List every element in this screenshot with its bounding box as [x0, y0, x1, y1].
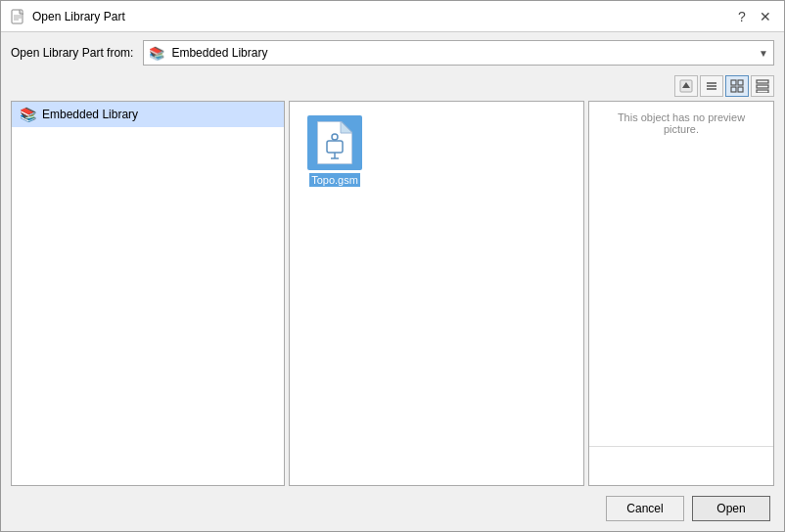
toolbar-list-view-button[interactable] [700, 75, 723, 97]
tree-item-embedded-library[interactable]: 📚 Embedded Library [12, 102, 284, 127]
source-row: Open Library Part from: 📚 Embedded Libra… [1, 32, 784, 73]
file-icon-wrapper [307, 115, 362, 170]
title-bar: Open Library Part ? ✕ [1, 1, 784, 32]
title-bar-right: ? ✕ [733, 8, 774, 25]
svg-rect-12 [738, 87, 743, 92]
open-button[interactable]: Open [692, 496, 770, 521]
source-dropdown[interactable]: Embedded Library [143, 40, 774, 66]
toolbar-nav-up-button[interactable] [674, 75, 698, 97]
dialog-title: Open Library Part [32, 10, 125, 23]
svg-marker-17 [341, 121, 352, 133]
cancel-button[interactable]: Cancel [606, 496, 684, 521]
source-label: Open Library Part from: [11, 46, 133, 60]
bottom-row: Cancel Open [1, 486, 784, 531]
toolbar-detail-view-button[interactable] [751, 75, 774, 97]
svg-rect-14 [757, 85, 768, 88]
dialog: Open Library Part ? ✕ Open Library Part … [0, 0, 785, 532]
embedded-library-label: Embedded Library [42, 108, 138, 121]
main-area: 📚 Embedded Library [1, 101, 784, 486]
help-button[interactable]: ? [733, 8, 751, 25]
title-bar-left: Open Library Part [11, 9, 125, 24]
no-preview-text: This object has no preview picture. [599, 111, 763, 135]
svg-rect-9 [731, 80, 736, 85]
preview-area: This object has no preview picture. [589, 102, 773, 446]
preview-bottom [589, 446, 773, 485]
embedded-library-icon: 📚 [20, 107, 36, 122]
svg-rect-13 [757, 80, 768, 83]
svg-rect-10 [738, 80, 743, 85]
source-dropdown-wrapper: 📚 Embedded Library ▼ [143, 40, 774, 66]
preview-panel: This object has no preview picture. [588, 101, 774, 486]
file-label-topo-gsm: Topo.gsm [309, 173, 360, 187]
dialog-icon [11, 9, 26, 24]
svg-rect-15 [757, 90, 768, 93]
toolbar-grid-view-button[interactable] [725, 75, 749, 97]
file-item-topo-gsm[interactable]: Topo.gsm [300, 111, 370, 191]
library-tree-panel: 📚 Embedded Library [11, 101, 285, 486]
file-view-panel: Topo.gsm [289, 101, 584, 486]
close-button[interactable]: ✕ [757, 8, 774, 25]
svg-rect-11 [731, 87, 736, 92]
toolbar [1, 73, 784, 101]
